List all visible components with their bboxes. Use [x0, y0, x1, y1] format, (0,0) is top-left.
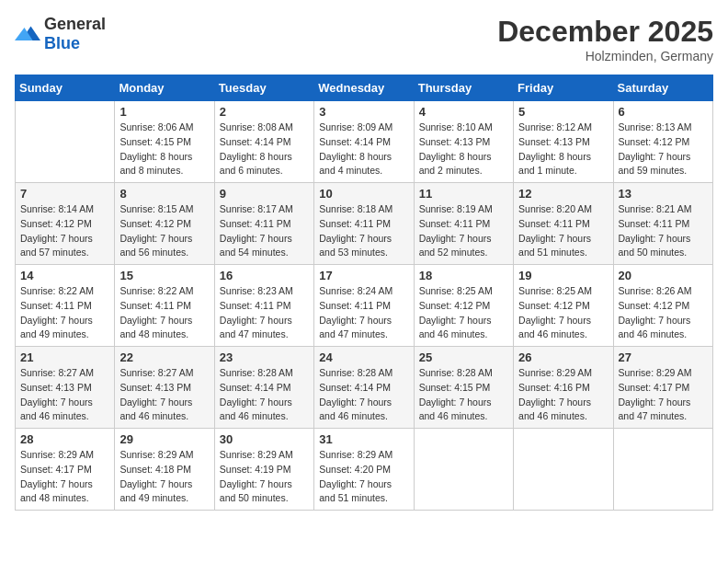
day-number: 29 [119, 432, 209, 446]
location: Holzminden, Germany [497, 49, 713, 63]
day-info: Sunrise: 8:29 AMSunset: 4:19 PMDaylight:… [220, 448, 309, 506]
day-number: 17 [319, 269, 408, 282]
day-info: Sunrise: 8:26 AMSunset: 4:12 PMDaylight:… [619, 284, 708, 342]
day-number: 11 [419, 187, 508, 201]
day-cell: 18Sunrise: 8:25 AMSunset: 4:12 PMDayligh… [414, 265, 513, 347]
day-number: 21 [20, 350, 109, 364]
day-number: 9 [220, 187, 309, 201]
day-info: Sunrise: 8:13 AMSunset: 4:12 PMDaylight:… [619, 121, 708, 178]
day-cell: 17Sunrise: 8:24 AMSunset: 4:11 PMDayligh… [314, 265, 414, 347]
day-info: Sunrise: 8:25 AMSunset: 4:12 PMDaylight:… [518, 284, 608, 342]
day-cell: 4Sunrise: 8:10 AMSunset: 4:13 PMDaylight… [414, 101, 513, 183]
weekday-header-thursday: Thursday [414, 75, 513, 101]
weekday-header-friday: Friday [514, 75, 613, 101]
day-cell: 1Sunrise: 8:06 AMSunset: 4:15 PMDaylight… [115, 101, 214, 183]
day-info: Sunrise: 8:17 AMSunset: 4:11 PMDaylight:… [220, 202, 309, 260]
day-cell: 14Sunrise: 8:22 AMSunset: 4:11 PMDayligh… [16, 265, 115, 347]
day-info: Sunrise: 8:27 AMSunset: 4:13 PMDaylight:… [20, 366, 109, 424]
day-number: 18 [419, 269, 508, 282]
day-cell: 9Sunrise: 8:17 AMSunset: 4:11 PMDaylight… [214, 183, 313, 265]
day-cell: 12Sunrise: 8:20 AMSunset: 4:11 PMDayligh… [514, 183, 613, 265]
day-cell: 13Sunrise: 8:21 AMSunset: 4:11 PMDayligh… [613, 183, 712, 265]
day-number: 16 [220, 269, 309, 282]
day-cell: 5Sunrise: 8:12 AMSunset: 4:13 PMDaylight… [514, 101, 613, 183]
day-cell: 6Sunrise: 8:13 AMSunset: 4:12 PMDaylight… [613, 101, 712, 183]
day-info: Sunrise: 8:29 AMSunset: 4:18 PMDaylight:… [119, 448, 209, 506]
day-number: 4 [419, 105, 508, 119]
day-number: 26 [518, 350, 608, 364]
day-cell: 2Sunrise: 8:08 AMSunset: 4:14 PMDaylight… [214, 101, 313, 183]
day-number: 5 [518, 105, 608, 119]
day-info: Sunrise: 8:20 AMSunset: 4:11 PMDaylight:… [518, 202, 608, 260]
day-info: Sunrise: 8:10 AMSunset: 4:13 PMDaylight:… [419, 121, 508, 178]
day-cell: 22Sunrise: 8:27 AMSunset: 4:13 PMDayligh… [115, 347, 214, 429]
day-info: Sunrise: 8:21 AMSunset: 4:11 PMDaylight:… [619, 202, 708, 260]
day-cell: 20Sunrise: 8:26 AMSunset: 4:12 PMDayligh… [613, 265, 712, 347]
week-row-2: 7Sunrise: 8:14 AMSunset: 4:12 PMDaylight… [16, 183, 713, 265]
day-info: Sunrise: 8:08 AMSunset: 4:14 PMDaylight:… [220, 121, 309, 178]
day-number: 23 [220, 350, 309, 364]
day-number: 30 [220, 432, 309, 446]
page-header: General Blue December 2025 Holzminden, G… [15, 15, 713, 63]
day-info: Sunrise: 8:23 AMSunset: 4:11 PMDaylight:… [220, 284, 309, 342]
day-info: Sunrise: 8:29 AMSunset: 4:20 PMDaylight:… [319, 448, 408, 506]
day-info: Sunrise: 8:28 AMSunset: 4:14 PMDaylight:… [220, 366, 309, 424]
day-cell: 11Sunrise: 8:19 AMSunset: 4:11 PMDayligh… [414, 183, 513, 265]
day-info: Sunrise: 8:12 AMSunset: 4:13 PMDaylight:… [518, 121, 608, 178]
day-number: 28 [20, 432, 109, 446]
weekday-header-tuesday: Tuesday [214, 75, 313, 101]
day-info: Sunrise: 8:06 AMSunset: 4:15 PMDaylight:… [119, 121, 209, 178]
day-number: 2 [220, 105, 309, 119]
day-info: Sunrise: 8:22 AMSunset: 4:11 PMDaylight:… [119, 284, 209, 342]
day-number: 7 [20, 187, 109, 201]
logo-icon [15, 21, 40, 47]
day-cell: 16Sunrise: 8:23 AMSunset: 4:11 PMDayligh… [214, 265, 313, 347]
day-cell: 26Sunrise: 8:29 AMSunset: 4:16 PMDayligh… [514, 347, 613, 429]
day-cell: 3Sunrise: 8:09 AMSunset: 4:14 PMDaylight… [314, 101, 414, 183]
day-info: Sunrise: 8:28 AMSunset: 4:14 PMDaylight:… [319, 366, 408, 424]
title-block: December 2025 Holzminden, Germany [497, 15, 713, 63]
day-cell [414, 429, 513, 511]
day-cell: 30Sunrise: 8:29 AMSunset: 4:19 PMDayligh… [214, 429, 313, 511]
day-info: Sunrise: 8:27 AMSunset: 4:13 PMDaylight:… [119, 366, 209, 424]
day-number: 1 [119, 105, 209, 119]
day-number: 24 [319, 350, 408, 364]
weekday-header-wednesday: Wednesday [314, 75, 414, 101]
logo-text: General Blue [44, 15, 106, 53]
weekday-header-row: SundayMondayTuesdayWednesdayThursdayFrid… [16, 75, 713, 101]
logo: General Blue [15, 15, 106, 53]
week-row-3: 14Sunrise: 8:22 AMSunset: 4:11 PMDayligh… [16, 265, 713, 347]
day-number: 12 [518, 187, 608, 201]
day-info: Sunrise: 8:15 AMSunset: 4:12 PMDaylight:… [119, 202, 209, 260]
day-cell: 23Sunrise: 8:28 AMSunset: 4:14 PMDayligh… [214, 347, 313, 429]
day-number: 31 [319, 432, 408, 446]
day-info: Sunrise: 8:14 AMSunset: 4:12 PMDaylight:… [20, 202, 109, 260]
day-cell [514, 429, 613, 511]
week-row-5: 28Sunrise: 8:29 AMSunset: 4:17 PMDayligh… [16, 429, 713, 511]
day-info: Sunrise: 8:19 AMSunset: 4:11 PMDaylight:… [419, 202, 508, 260]
day-info: Sunrise: 8:28 AMSunset: 4:15 PMDaylight:… [419, 366, 508, 424]
day-number: 13 [619, 187, 708, 201]
day-cell: 10Sunrise: 8:18 AMSunset: 4:11 PMDayligh… [314, 183, 414, 265]
day-cell: 24Sunrise: 8:28 AMSunset: 4:14 PMDayligh… [314, 347, 414, 429]
day-cell [16, 101, 115, 183]
day-info: Sunrise: 8:22 AMSunset: 4:11 PMDaylight:… [20, 284, 109, 342]
day-number: 14 [20, 269, 109, 282]
weekday-header-saturday: Saturday [613, 75, 712, 101]
weekday-header-sunday: Sunday [16, 75, 115, 101]
logo-blue: Blue [44, 34, 80, 52]
day-number: 3 [319, 105, 408, 119]
week-row-1: 1Sunrise: 8:06 AMSunset: 4:15 PMDaylight… [16, 101, 713, 183]
day-cell: 31Sunrise: 8:29 AMSunset: 4:20 PMDayligh… [314, 429, 414, 511]
day-number: 10 [319, 187, 408, 201]
logo-general: General [44, 15, 106, 33]
day-info: Sunrise: 8:29 AMSunset: 4:17 PMDaylight:… [20, 448, 109, 506]
day-cell: 7Sunrise: 8:14 AMSunset: 4:12 PMDaylight… [16, 183, 115, 265]
day-info: Sunrise: 8:24 AMSunset: 4:11 PMDaylight:… [319, 284, 408, 342]
day-number: 6 [619, 105, 708, 119]
day-info: Sunrise: 8:25 AMSunset: 4:12 PMDaylight:… [419, 284, 508, 342]
day-cell: 15Sunrise: 8:22 AMSunset: 4:11 PMDayligh… [115, 265, 214, 347]
calendar-table: SundayMondayTuesdayWednesdayThursdayFrid… [15, 75, 713, 511]
day-cell: 29Sunrise: 8:29 AMSunset: 4:18 PMDayligh… [115, 429, 214, 511]
weekday-header-monday: Monday [115, 75, 214, 101]
